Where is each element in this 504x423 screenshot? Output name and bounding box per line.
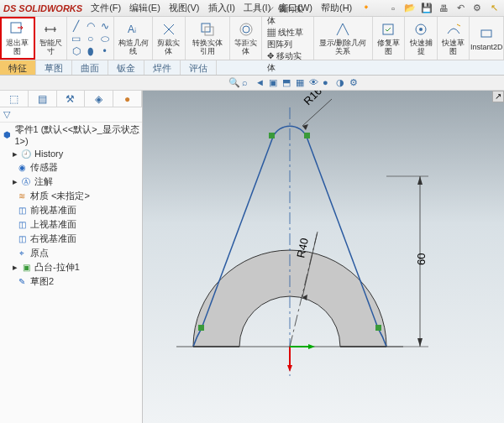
title-bar: DS SOLIDWORKS 文件(F) 编辑(E) 视图(V) 插入(I) 工具… [0,0,504,17]
svg-rect-31 [304,133,310,138]
trim-entities-button[interactable]: 剪裁实体 [153,17,186,60]
smart-dimension-button[interactable]: 智能尺寸 [35,17,68,60]
settings-icon[interactable]: ⚙ [470,2,484,15]
svg-text:Aᵢ: Aᵢ [128,24,136,35]
mirror-entities-button[interactable]: ⟋ 镜向实体 [267,3,309,27]
svg-rect-6 [383,24,393,34]
sketch-icon: ✎ [16,276,28,288]
menu-help[interactable]: 帮助(H) [321,2,352,14]
tab-surfaces[interactable]: 曲面 [72,60,108,75]
graphics-area[interactable]: ↗ R16 R40 [143,91,504,423]
property-tab-icon[interactable]: ▤ [29,91,57,107]
view-settings-icon[interactable]: ⚙ [349,77,361,89]
panel-tabs: ⬚ ▤ ⚒ ◈ ● [0,91,142,107]
print-icon[interactable]: 🖶 [437,2,450,15]
sketch-tools-grid: ╱ ◠ ∿ ▭ ○ ⬭ ⬡ ⬮ • [67,17,114,60]
spline-tool-icon[interactable]: ∿ [98,20,112,32]
zoom-area-icon[interactable]: ⌕ [242,77,254,89]
linear-pattern-button[interactable]: ▦ 线性草图阵列 [267,27,309,50]
tab-sheetmetal[interactable]: 钣金 [108,60,144,75]
tab-evaluate[interactable]: 评估 [181,60,217,75]
new-icon[interactable]: ▫ [386,2,400,15]
menu-insert[interactable]: 插入(I) [208,2,235,14]
part-icon: ⬢ [2,129,13,141]
tree-history[interactable]: ▸🕘History [0,147,142,160]
tab-features[interactable]: 特征 [0,60,36,75]
material-icon: ≋ [16,191,28,202]
menu-search-icon[interactable]: 🔸 [360,2,372,14]
tree-annotations[interactable]: ▸Ⓐ注解 [0,175,142,189]
pattern-group: ⟋ 镜向实体 ▦ 线性草图阵列 ✥ 移动实体 [262,17,313,60]
tab-weldments[interactable]: 焊件 [144,60,181,75]
menu-file[interactable]: 文件(F) [91,2,121,14]
svg-rect-2 [202,24,210,32]
quick-snap-button[interactable]: 快速捕捉 [405,17,438,60]
filter-icon[interactable]: ▽ [0,107,142,123]
offset-entities-button[interactable]: 等距实体 [230,17,263,60]
main-area: ⬚ ▤ ⚒ ◈ ● ▽ ⬢零件1 (默认<<默认>_显示状态 1>) ▸🕘His… [0,91,504,423]
tree-material[interactable]: ≋材质 <未指定> [0,189,142,203]
config-tab-icon[interactable]: ⚒ [57,91,86,107]
point-tool-icon[interactable]: • [98,45,112,57]
feature-tree-tab-icon[interactable]: ⬚ [0,91,29,107]
hide-show-icon[interactable]: 👁 [309,77,321,89]
zoom-fit-icon[interactable]: 🔍 [228,77,240,89]
tree-sensors[interactable]: ◉传感器 [0,160,142,175]
open-icon[interactable]: 📂 [403,2,417,15]
construction-geometry-button[interactable]: Aᵢ 构造几何线 [114,17,153,60]
menu-tools[interactable]: 工具(I) [244,2,270,14]
scene-icon[interactable]: ◑ [336,77,348,89]
menu-edit[interactable]: 编辑(E) [129,2,160,14]
ribbon-toolbar: 退出草图 智能尺寸 ╱ ◠ ∿ ▭ ○ ⬭ ⬡ ⬮ • Aᵢ 构造几何线 剪裁实… [0,17,504,60]
rapid-sketch-button[interactable]: 快速草图 [438,17,470,60]
tree-sketch[interactable]: ✎草图2 [0,274,142,289]
svg-rect-9 [481,30,491,37]
plane-icon: ◫ [16,233,28,245]
rect-tool-icon[interactable]: ▭ [70,33,83,44]
svg-marker-22 [417,176,423,185]
cursor-icon[interactable]: ↖ [487,2,501,15]
svg-marker-25 [287,365,292,372]
undo-icon[interactable]: ↶ [454,2,467,15]
svg-point-8 [419,28,423,31]
svg-point-4 [243,26,249,33]
polygon-tool-icon[interactable]: ⬡ [70,45,83,57]
tree-right-plane[interactable]: ◫右视基准面 [0,232,142,246]
plane-icon: ◫ [16,205,28,217]
prev-view-icon[interactable]: ◄ [255,77,267,89]
dim-r16[interactable]: R16 [302,91,324,107]
tree-root[interactable]: ⬢零件1 (默认<<默认>_显示状态 1>) [0,123,142,147]
arc-tool-icon[interactable]: ◠ [84,20,97,32]
display-style-icon[interactable]: ▦ [296,77,307,89]
appearance-icon[interactable]: ● [323,77,334,89]
section-view-icon[interactable]: ▣ [269,77,281,89]
exit-sketch-button[interactable]: 退出草图 [0,17,35,60]
tree-front-plane[interactable]: ◫前视基准面 [0,203,142,217]
svg-rect-30 [269,133,275,138]
feature-manager-panel: ⬚ ▤ ⚒ ◈ ● ▽ ⬢零件1 (默认<<默认>_显示状态 1>) ▸🕘His… [0,91,143,423]
view-orient-icon[interactable]: ⬒ [282,77,294,89]
command-manager-tabs: 特征 草图 曲面 钣金 焊件 评估 [0,60,504,76]
instant2d-button[interactable]: Instant2D [470,17,504,60]
plane-icon: ◫ [16,219,28,231]
tree-top-plane[interactable]: ◫上视基准面 [0,217,142,232]
move-entities-button[interactable]: ✥ 移动实体 [267,50,309,74]
convert-entities-button[interactable]: 转换实体引用 [186,17,230,60]
menu-view[interactable]: 视图(V) [169,2,200,14]
line-tool-icon[interactable]: ╱ [70,20,83,32]
slot-tool-icon[interactable]: ⬭ [98,33,112,44]
save-icon[interactable]: 💾 [420,2,433,15]
tree-extrude[interactable]: ▸▣凸台-拉伸1 [0,260,142,274]
main-menu: 文件(F) 编辑(E) 视图(V) 插入(I) 工具(I) 窗口(W) 帮助(H… [91,2,372,14]
ellipse-tool-icon[interactable]: ⬮ [84,45,97,57]
dimxpert-tab-icon[interactable]: ◈ [85,91,113,107]
circle-tool-icon[interactable]: ○ [84,33,97,44]
tree-origin[interactable]: ⌖原点 [0,246,142,260]
display-tab-icon[interactable]: ● [113,91,142,107]
dim-60[interactable]: 60 [415,253,428,265]
repair-sketch-button[interactable]: 修复草图 [373,17,406,60]
display-relations-button[interactable]: 显示/删除几何关系 [314,17,373,60]
svg-rect-28 [198,325,204,331]
tab-sketch[interactable]: 草图 [36,60,72,75]
sketch-drawing: R16 R40 60 [143,91,504,423]
